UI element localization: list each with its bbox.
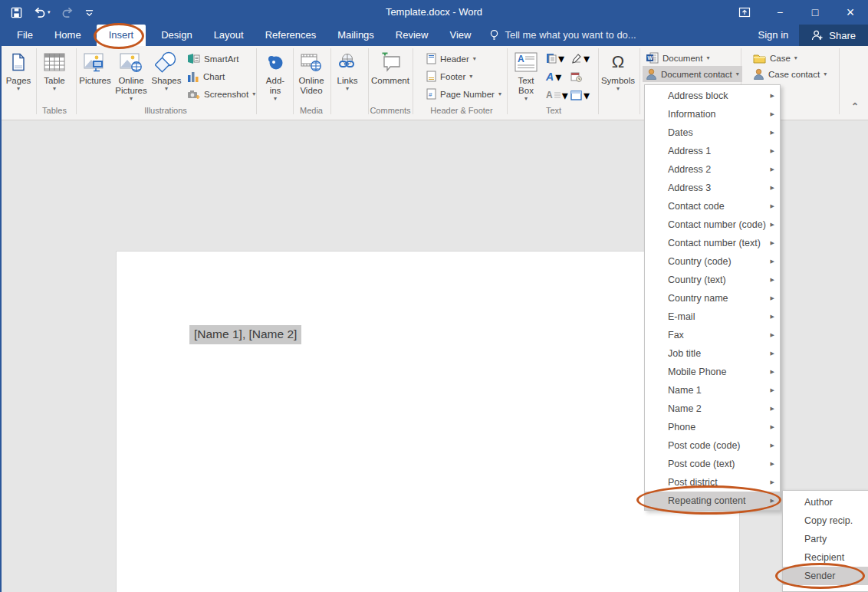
- shapes-button[interactable]: Shapes ▾: [150, 48, 182, 104]
- submenu-arrow-icon: ▶: [771, 442, 774, 449]
- menu-item-label: Post code (code): [668, 440, 741, 451]
- dropdown-arrow-icon: ▾: [274, 96, 277, 102]
- add-ins-button[interactable]: Add-ins ▾: [259, 48, 291, 104]
- submenu-arrow-icon: ▶: [771, 314, 774, 320]
- submenu-item[interactable]: Recipient: [783, 548, 868, 567]
- ribbon-tab[interactable]: Home: [44, 25, 92, 46]
- comment-button[interactable]: Comment: [370, 48, 411, 104]
- menu-item[interactable]: Country (code) ▶: [645, 252, 780, 271]
- pages-button[interactable]: Pages ▾: [3, 48, 34, 104]
- add-ins-icon: [266, 48, 284, 76]
- online-video-button[interactable]: Online Video: [294, 48, 328, 104]
- menu-item-label: Country (text): [668, 275, 726, 285]
- submenu-item[interactable]: Copy recip.: [783, 511, 868, 530]
- group-divider: [256, 48, 257, 114]
- case-button[interactable]: Case ▾: [750, 50, 801, 66]
- menu-item-label: Fax: [668, 330, 684, 340]
- lightbulb-icon: [489, 29, 499, 41]
- close-button[interactable]: ×: [833, 0, 868, 25]
- menu-item[interactable]: Address 1 ▶: [645, 142, 780, 160]
- submenu-arrow-icon: ▶: [771, 166, 774, 173]
- submenu-arrow-icon: ▶: [771, 479, 774, 485]
- shapes-icon: [155, 48, 178, 76]
- submenu-arrow-icon: ▶: [771, 185, 774, 191]
- collapse-ribbon-icon[interactable]: ⌃: [851, 101, 859, 112]
- document-contact-button[interactable]: Document contact ▾: [643, 66, 742, 82]
- table-icon: [44, 48, 65, 76]
- drop-cap-button[interactable]: A ▾: [546, 87, 568, 103]
- chart-button[interactable]: Chart: [184, 68, 228, 84]
- group-divider: [413, 48, 413, 114]
- ribbon-tab[interactable]: File: [6, 25, 44, 46]
- submenu-arrow-icon: ▶: [771, 258, 774, 265]
- menu-item[interactable]: Name 2 ▶: [645, 400, 780, 418]
- menu-item[interactable]: Contact code ▶: [645, 197, 780, 215]
- ribbon-tab[interactable]: Design: [150, 25, 202, 46]
- content-control[interactable]: [Name 1], [Name 2]: [189, 325, 301, 344]
- menu-item[interactable]: Country (text) ▶: [645, 271, 780, 289]
- tell-me-box[interactable]: Tell me what you want to do...: [482, 25, 643, 46]
- signature-line-button[interactable]: ▾: [570, 51, 590, 66]
- pictures-button[interactable]: Pictures: [78, 48, 112, 104]
- online-pictures-button[interactable]: Online Pictures ▾: [112, 48, 150, 104]
- date-time-icon: [570, 71, 582, 82]
- menu-item[interactable]: Phone ▶: [645, 418, 780, 436]
- dropdown-arrow-icon: ▾: [584, 51, 590, 66]
- menu-item[interactable]: Job title ▶: [645, 344, 780, 363]
- ribbon-display-options-icon[interactable]: [727, 0, 762, 25]
- text-box-button[interactable]: A Text Box ▾: [509, 48, 543, 104]
- ribbon-tab[interactable]: View: [439, 25, 482, 46]
- menu-item[interactable]: Address 3 ▶: [645, 179, 780, 197]
- links-button[interactable]: Links ▾: [333, 48, 362, 104]
- table-button[interactable]: Table ▾: [38, 48, 71, 104]
- menu-item[interactable]: Post district ▶: [645, 473, 780, 492]
- menu-item[interactable]: Information ▶: [645, 105, 780, 123]
- ribbon-tab[interactable]: Mailings: [327, 25, 385, 46]
- menu-item[interactable]: Country name ▶: [645, 289, 780, 308]
- menu-item[interactable]: Contact number (code) ▶: [645, 215, 780, 234]
- footer-button[interactable]: Footer ▾: [423, 68, 475, 84]
- ribbon-tab[interactable]: Insert: [97, 25, 146, 46]
- menu-item[interactable]: E-mail ▶: [645, 308, 780, 326]
- submenu-item[interactable]: Party: [783, 530, 868, 548]
- maximize-button[interactable]: □: [797, 0, 833, 25]
- dropdown-arrow-icon: ▾: [17, 86, 20, 92]
- document-button[interactable]: W Document ▾: [643, 50, 712, 66]
- sign-in-button[interactable]: Sign in: [748, 25, 800, 46]
- object-button[interactable]: ▾: [570, 87, 590, 103]
- quick-parts-button[interactable]: ▾: [546, 51, 564, 66]
- ribbon-tab[interactable]: Review: [385, 25, 439, 46]
- menu-item[interactable]: Address 2 ▶: [645, 160, 780, 179]
- tell-me-label: Tell me what you want to do...: [505, 29, 636, 41]
- menu-item[interactable]: Contact number (text) ▶: [645, 234, 780, 252]
- menu-item[interactable]: Dates ▶: [645, 123, 780, 142]
- date-time-button[interactable]: [570, 69, 582, 84]
- group-label-comments: Comments: [370, 106, 410, 115]
- menu-item[interactable]: Mobile Phone ▶: [645, 363, 780, 381]
- minimize-button[interactable]: −: [762, 0, 797, 25]
- ribbon-tab[interactable]: References: [255, 25, 327, 46]
- menu-item[interactable]: Repeating content ▶: [645, 492, 780, 510]
- submenu-item-label: Sender: [804, 571, 835, 581]
- submenu-item[interactable]: Author: [783, 493, 868, 511]
- object-icon: [570, 90, 582, 100]
- menu-item[interactable]: Post code (text) ▶: [645, 455, 780, 473]
- case-contact-button[interactable]: Case contact ▾: [750, 66, 830, 82]
- symbols-button[interactable]: Ω Symbols ▾: [598, 48, 638, 104]
- wordart-button[interactable]: A ▾: [546, 69, 561, 84]
- menu-item-label: Phone: [668, 422, 695, 432]
- page-number-button[interactable]: # Page Number ▾: [423, 86, 505, 102]
- smartart-button[interactable]: SmartArt: [184, 51, 242, 67]
- submenu-item[interactable]: Sender: [783, 567, 868, 585]
- menu-item[interactable]: Address block ▶: [645, 87, 780, 105]
- document-contact-menu: Address block ▶ Information ▶ Dates ▶ Ad…: [644, 84, 781, 511]
- share-button[interactable]: Share: [799, 25, 868, 46]
- menu-item[interactable]: Name 1 ▶: [645, 381, 780, 400]
- menu-item-label: Name 2: [668, 403, 702, 414]
- footer-icon: [426, 71, 436, 82]
- menu-item[interactable]: Post code (code) ▶: [645, 436, 780, 455]
- screenshot-button[interactable]: Screenshot ▾: [184, 86, 258, 102]
- ribbon-tab[interactable]: Layout: [203, 25, 255, 46]
- menu-item[interactable]: Fax ▶: [645, 326, 780, 344]
- header-button[interactable]: Header ▾: [423, 51, 479, 67]
